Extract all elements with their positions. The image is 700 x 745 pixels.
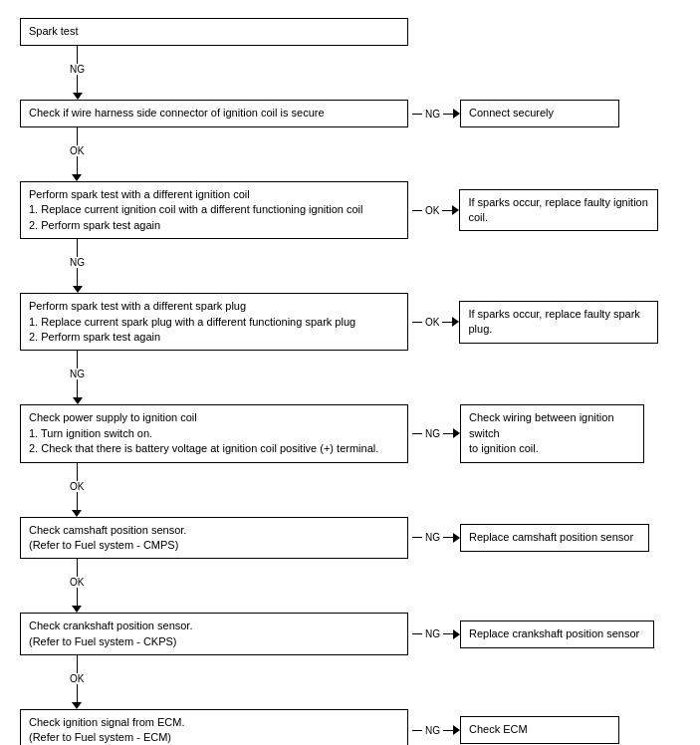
ng-label-3: NG xyxy=(70,257,85,268)
check-power-box: Check power supply to ignition coil 1. T… xyxy=(20,404,408,462)
perform-spark-diff-coil-box: Perform spark test with a different igni… xyxy=(20,181,408,239)
ng-label-5: NG xyxy=(425,428,440,439)
ng-label-6: NG xyxy=(425,532,440,543)
ng-label-1: NG xyxy=(70,64,85,75)
ng-label-8: NG xyxy=(425,725,440,736)
if-sparks-plug-box: If sparks occur, replace faulty spark pl… xyxy=(459,301,658,344)
ng-label-4: NG xyxy=(70,369,85,379)
ok-label-5: OK xyxy=(70,577,84,588)
check-camshaft-box: Check camshaft position sensor. (Refer t… xyxy=(20,517,408,560)
check-ecm-box: Check ECM xyxy=(460,716,619,744)
ok-label-2: OK xyxy=(425,205,439,216)
replace-crankshaft-box: Replace crankshaft position sensor xyxy=(460,621,654,648)
replace-camshaft-box: Replace camshaft position sensor xyxy=(460,524,649,552)
perform-spark-diff-plug-box: Perform spark test with a different spar… xyxy=(20,293,408,351)
flowchart: Spark test NG Check if wire harness side… xyxy=(10,10,690,745)
ng-label-2: NG xyxy=(425,109,440,120)
connect-securely-box: Connect securely xyxy=(460,100,619,127)
check-ignition-ecm-box: Check ignition signal from ECM. (Refer t… xyxy=(20,709,408,745)
check-wiring-ignition-box: Check wiring between ignition switch to … xyxy=(460,404,644,462)
ok-label-6: OK xyxy=(70,673,84,684)
spark-test-box: Spark test xyxy=(20,18,408,46)
ok-label-1: OK xyxy=(70,145,84,156)
ng-label-7: NG xyxy=(425,628,440,639)
check-wire-box: Check if wire harness side connector of … xyxy=(20,100,408,127)
ok-label-3: OK xyxy=(425,317,439,328)
check-crankshaft-box: Check crankshaft position sensor. (Refer… xyxy=(20,613,408,655)
if-sparks-coil-box: If sparks occur, replace faulty ignition… xyxy=(459,189,658,232)
ok-label-4: OK xyxy=(70,481,84,492)
